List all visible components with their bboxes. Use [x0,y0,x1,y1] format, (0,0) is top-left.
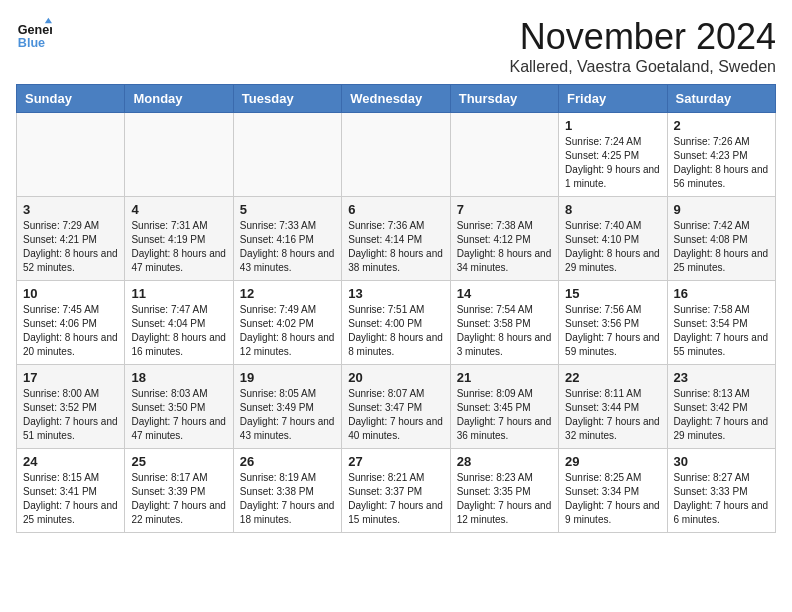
day-number: 3 [23,202,118,217]
header-row: SundayMondayTuesdayWednesdayThursdayFrid… [17,85,776,113]
day-cell: 10Sunrise: 7:45 AM Sunset: 4:06 PM Dayli… [17,281,125,365]
day-number: 5 [240,202,335,217]
day-cell: 19Sunrise: 8:05 AM Sunset: 3:49 PM Dayli… [233,365,341,449]
week-row-3: 17Sunrise: 8:00 AM Sunset: 3:52 PM Dayli… [17,365,776,449]
day-cell: 7Sunrise: 7:38 AM Sunset: 4:12 PM Daylig… [450,197,558,281]
day-number: 1 [565,118,660,133]
day-number: 16 [674,286,769,301]
day-info: Sunrise: 7:54 AM Sunset: 3:58 PM Dayligh… [457,303,552,359]
day-info: Sunrise: 8:09 AM Sunset: 3:45 PM Dayligh… [457,387,552,443]
day-cell: 29Sunrise: 8:25 AM Sunset: 3:34 PM Dayli… [559,449,667,533]
day-number: 28 [457,454,552,469]
location: Kallered, Vaestra Goetaland, Sweden [509,58,776,76]
day-info: Sunrise: 7:36 AM Sunset: 4:14 PM Dayligh… [348,219,443,275]
day-number: 30 [674,454,769,469]
day-number: 27 [348,454,443,469]
page-header: General Blue November 2024 Kallered, Vae… [16,16,776,76]
day-cell: 16Sunrise: 7:58 AM Sunset: 3:54 PM Dayli… [667,281,775,365]
logo: General Blue [16,16,52,52]
day-info: Sunrise: 7:49 AM Sunset: 4:02 PM Dayligh… [240,303,335,359]
day-cell: 24Sunrise: 8:15 AM Sunset: 3:41 PM Dayli… [17,449,125,533]
day-cell: 5Sunrise: 7:33 AM Sunset: 4:16 PM Daylig… [233,197,341,281]
day-info: Sunrise: 7:51 AM Sunset: 4:00 PM Dayligh… [348,303,443,359]
title-block: November 2024 Kallered, Vaestra Goetalan… [509,16,776,76]
day-info: Sunrise: 8:05 AM Sunset: 3:49 PM Dayligh… [240,387,335,443]
svg-marker-2 [45,18,52,23]
header-cell-friday: Friday [559,85,667,113]
day-number: 9 [674,202,769,217]
day-number: 8 [565,202,660,217]
week-row-0: 1Sunrise: 7:24 AM Sunset: 4:25 PM Daylig… [17,113,776,197]
day-number: 4 [131,202,226,217]
day-info: Sunrise: 7:42 AM Sunset: 4:08 PM Dayligh… [674,219,769,275]
day-number: 18 [131,370,226,385]
day-info: Sunrise: 8:13 AM Sunset: 3:42 PM Dayligh… [674,387,769,443]
day-number: 11 [131,286,226,301]
day-number: 19 [240,370,335,385]
day-info: Sunrise: 8:00 AM Sunset: 3:52 PM Dayligh… [23,387,118,443]
day-info: Sunrise: 8:17 AM Sunset: 3:39 PM Dayligh… [131,471,226,527]
day-number: 17 [23,370,118,385]
day-info: Sunrise: 8:23 AM Sunset: 3:35 PM Dayligh… [457,471,552,527]
header-cell-monday: Monday [125,85,233,113]
day-number: 24 [23,454,118,469]
day-number: 12 [240,286,335,301]
day-info: Sunrise: 7:29 AM Sunset: 4:21 PM Dayligh… [23,219,118,275]
day-cell: 30Sunrise: 8:27 AM Sunset: 3:33 PM Dayli… [667,449,775,533]
day-cell: 12Sunrise: 7:49 AM Sunset: 4:02 PM Dayli… [233,281,341,365]
day-cell: 17Sunrise: 8:00 AM Sunset: 3:52 PM Dayli… [17,365,125,449]
day-number: 26 [240,454,335,469]
day-number: 2 [674,118,769,133]
day-number: 20 [348,370,443,385]
day-cell [233,113,341,197]
header-cell-sunday: Sunday [17,85,125,113]
day-number: 21 [457,370,552,385]
calendar-header: SundayMondayTuesdayWednesdayThursdayFrid… [17,85,776,113]
day-cell: 13Sunrise: 7:51 AM Sunset: 4:00 PM Dayli… [342,281,450,365]
month-title: November 2024 [509,16,776,58]
week-row-4: 24Sunrise: 8:15 AM Sunset: 3:41 PM Dayli… [17,449,776,533]
day-cell [17,113,125,197]
day-number: 13 [348,286,443,301]
day-info: Sunrise: 8:19 AM Sunset: 3:38 PM Dayligh… [240,471,335,527]
day-info: Sunrise: 7:38 AM Sunset: 4:12 PM Dayligh… [457,219,552,275]
day-info: Sunrise: 7:45 AM Sunset: 4:06 PM Dayligh… [23,303,118,359]
day-number: 29 [565,454,660,469]
calendar-body: 1Sunrise: 7:24 AM Sunset: 4:25 PM Daylig… [17,113,776,533]
day-info: Sunrise: 8:25 AM Sunset: 3:34 PM Dayligh… [565,471,660,527]
day-cell: 15Sunrise: 7:56 AM Sunset: 3:56 PM Dayli… [559,281,667,365]
day-number: 23 [674,370,769,385]
calendar-table: SundayMondayTuesdayWednesdayThursdayFrid… [16,84,776,533]
day-cell: 14Sunrise: 7:54 AM Sunset: 3:58 PM Dayli… [450,281,558,365]
day-cell: 9Sunrise: 7:42 AM Sunset: 4:08 PM Daylig… [667,197,775,281]
day-cell: 20Sunrise: 8:07 AM Sunset: 3:47 PM Dayli… [342,365,450,449]
day-cell: 18Sunrise: 8:03 AM Sunset: 3:50 PM Dayli… [125,365,233,449]
week-row-1: 3Sunrise: 7:29 AM Sunset: 4:21 PM Daylig… [17,197,776,281]
day-cell: 27Sunrise: 8:21 AM Sunset: 3:37 PM Dayli… [342,449,450,533]
day-cell [342,113,450,197]
header-cell-thursday: Thursday [450,85,558,113]
day-number: 15 [565,286,660,301]
day-info: Sunrise: 8:07 AM Sunset: 3:47 PM Dayligh… [348,387,443,443]
day-cell: 22Sunrise: 8:11 AM Sunset: 3:44 PM Dayli… [559,365,667,449]
svg-text:Blue: Blue [18,36,45,50]
day-cell: 28Sunrise: 8:23 AM Sunset: 3:35 PM Dayli… [450,449,558,533]
day-cell: 1Sunrise: 7:24 AM Sunset: 4:25 PM Daylig… [559,113,667,197]
day-info: Sunrise: 7:47 AM Sunset: 4:04 PM Dayligh… [131,303,226,359]
day-info: Sunrise: 7:31 AM Sunset: 4:19 PM Dayligh… [131,219,226,275]
day-info: Sunrise: 8:11 AM Sunset: 3:44 PM Dayligh… [565,387,660,443]
day-number: 10 [23,286,118,301]
day-info: Sunrise: 8:27 AM Sunset: 3:33 PM Dayligh… [674,471,769,527]
day-cell: 11Sunrise: 7:47 AM Sunset: 4:04 PM Dayli… [125,281,233,365]
day-info: Sunrise: 7:58 AM Sunset: 3:54 PM Dayligh… [674,303,769,359]
day-info: Sunrise: 7:33 AM Sunset: 4:16 PM Dayligh… [240,219,335,275]
day-number: 6 [348,202,443,217]
day-cell: 26Sunrise: 8:19 AM Sunset: 3:38 PM Dayli… [233,449,341,533]
day-number: 7 [457,202,552,217]
day-info: Sunrise: 7:26 AM Sunset: 4:23 PM Dayligh… [674,135,769,191]
day-cell: 21Sunrise: 8:09 AM Sunset: 3:45 PM Dayli… [450,365,558,449]
day-cell: 3Sunrise: 7:29 AM Sunset: 4:21 PM Daylig… [17,197,125,281]
day-cell: 4Sunrise: 7:31 AM Sunset: 4:19 PM Daylig… [125,197,233,281]
day-cell [125,113,233,197]
week-row-2: 10Sunrise: 7:45 AM Sunset: 4:06 PM Dayli… [17,281,776,365]
